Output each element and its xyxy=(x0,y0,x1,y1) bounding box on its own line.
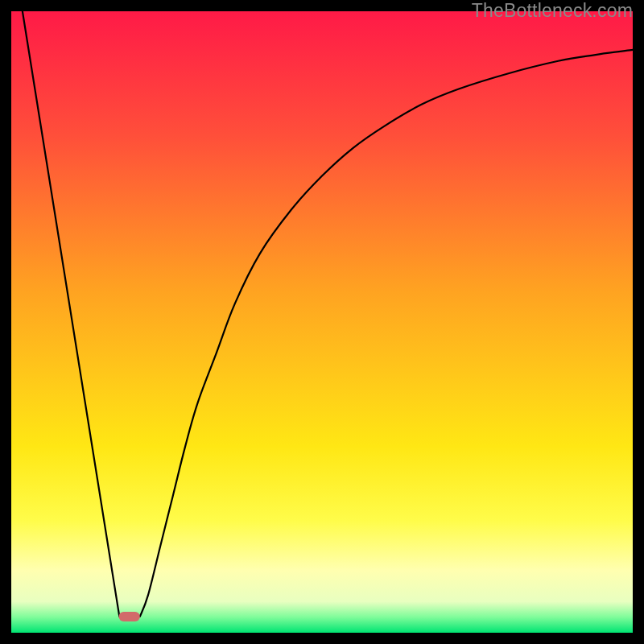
bottleneck-marker xyxy=(119,612,140,621)
watermark-label: TheBottleneck.com xyxy=(472,0,633,22)
bottleneck-chart xyxy=(11,11,633,633)
gradient-background xyxy=(11,11,633,633)
